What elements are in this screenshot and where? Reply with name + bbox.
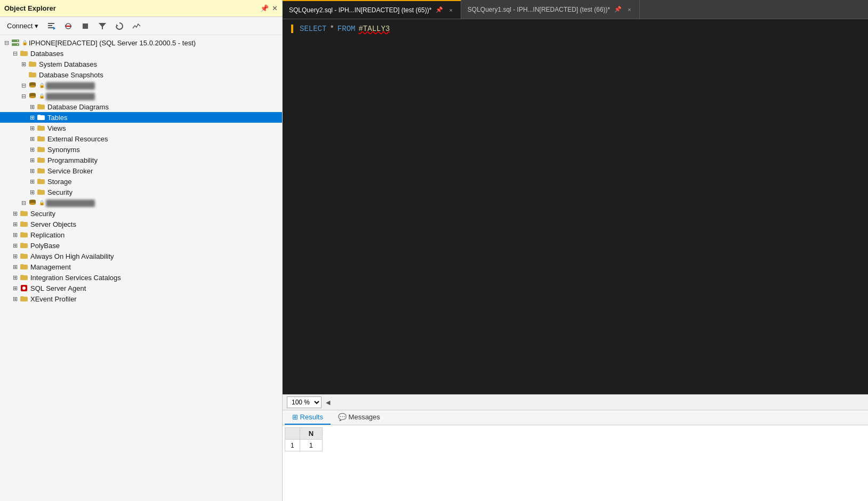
tree-expand-databases[interactable]: ⊟ bbox=[11, 50, 19, 57]
tree-expand-service-broker[interactable]: ⊞ bbox=[28, 168, 36, 174]
tree-label-integration-services: Integration Services Catalogs bbox=[30, 274, 282, 282]
tree-expand-server-objects[interactable]: ⊞ bbox=[11, 221, 19, 228]
new-query-button[interactable] bbox=[44, 20, 58, 32]
server-icon-server bbox=[11, 38, 20, 47]
tree-item-db-snapshots[interactable]: Database Snapshots bbox=[0, 69, 282, 80]
tree-item-service-broker[interactable]: ⊞Service Broker bbox=[0, 165, 282, 176]
zoom-select[interactable]: 100 % bbox=[287, 396, 322, 408]
disconnect-button[interactable] bbox=[61, 20, 75, 32]
tree-item-security-db[interactable]: ⊞Security bbox=[0, 187, 282, 197]
code-token-2: FROM bbox=[337, 25, 356, 33]
folder-icon-programmability bbox=[36, 156, 46, 164]
tree-item-security[interactable]: ⊞Security bbox=[0, 208, 282, 219]
tree-label-server-objects: Server Objects bbox=[30, 220, 282, 228]
oe-title-icons: 📌 ✕ bbox=[260, 4, 278, 12]
tree-label-management: Management bbox=[30, 263, 282, 271]
app-container: Object Explorer 📌 ✕ Connect ▾ bbox=[0, 0, 868, 501]
tree-item-db1[interactable]: ⊟🔒██████████ bbox=[0, 80, 282, 91]
tree-label-programmability: Programmability bbox=[47, 156, 282, 164]
tab-tab2[interactable]: SQLQuery1.sql - IPH...IN[REDACTED] (test… bbox=[461, 0, 640, 19]
tab-close-tab1[interactable]: × bbox=[447, 6, 454, 14]
folder-icon-storage bbox=[36, 177, 46, 186]
tree-label-sql-agent: SQL Server Agent bbox=[30, 284, 282, 292]
tree-item-integration-services[interactable]: ⊞Integration Services Catalogs bbox=[0, 272, 282, 283]
db-icon-db2 bbox=[28, 92, 37, 100]
folder-icon-xevent bbox=[19, 295, 29, 303]
tree-item-db2[interactable]: ⊟🔒██████████ bbox=[0, 91, 282, 101]
tree-label-db-snapshots: Database Snapshots bbox=[39, 71, 282, 79]
tree-label-security-db: Security bbox=[47, 188, 282, 196]
tree-expand-db2[interactable]: ⊟ bbox=[19, 93, 28, 100]
tree-expand-integration-services[interactable]: ⊞ bbox=[11, 274, 19, 281]
tree-item-server[interactable]: ⊟🔒IPHONE[REDACTED] (SQL Server 15.0.2000… bbox=[0, 37, 282, 48]
stop-button[interactable] bbox=[78, 20, 92, 32]
tree-item-polybase[interactable]: ⊞PolyBase bbox=[0, 240, 282, 251]
tree-expand-server[interactable]: ⊟ bbox=[2, 39, 11, 46]
tree-label-synonyms: Synonyms bbox=[47, 146, 282, 154]
scroll-left-icon[interactable]: ◀ bbox=[324, 398, 332, 407]
activity-monitor-button[interactable] bbox=[130, 20, 143, 32]
tree-expand-synonyms[interactable]: ⊞ bbox=[28, 146, 36, 153]
svg-point-13 bbox=[17, 44, 18, 45]
editor-area[interactable]: SELECT * FROM #TALLY3 bbox=[283, 19, 868, 394]
tree-expand-system-dbs[interactable]: ⊞ bbox=[19, 61, 28, 68]
pin-icon[interactable]: 📌 bbox=[260, 4, 269, 12]
tree-expand-management[interactable]: ⊞ bbox=[11, 264, 19, 271]
tree-expand-db1[interactable]: ⊟ bbox=[19, 82, 28, 89]
table-row: 11 bbox=[285, 440, 323, 451]
svg-rect-0 bbox=[48, 23, 54, 24]
tree-expand-views[interactable]: ⊞ bbox=[28, 125, 36, 132]
tree-expand-sql-agent[interactable]: ⊞ bbox=[11, 285, 19, 292]
connect-dropdown-arrow: ▾ bbox=[35, 22, 38, 30]
tab-tab1[interactable]: SQLQuery2.sql - IPH...IN[REDACTED] (test… bbox=[283, 0, 461, 19]
results-tabs: ⊞ Results💬 Messages bbox=[283, 410, 868, 425]
tab-close-tab2[interactable]: × bbox=[626, 6, 632, 13]
tree-expand-security[interactable]: ⊞ bbox=[11, 210, 19, 217]
results-tab-messages[interactable]: 💬 Messages bbox=[331, 410, 388, 425]
tree-expand-security-db[interactable]: ⊞ bbox=[28, 189, 36, 196]
tab-pin-tab2[interactable]: 📌 bbox=[614, 6, 622, 13]
tree-item-always-on[interactable]: ⊞Always On High Availability bbox=[0, 251, 282, 261]
folder-icon-management bbox=[19, 263, 29, 271]
tree-label-xevent: XEvent Profiler bbox=[30, 295, 282, 303]
tree-item-sql-agent[interactable]: ⊞SQL Server Agent bbox=[0, 283, 282, 293]
folder-icon-tables bbox=[36, 113, 46, 122]
tree-item-db3[interactable]: ⊟🔒██████████ bbox=[0, 197, 282, 208]
connect-button[interactable]: Connect ▾ bbox=[4, 20, 41, 31]
tab-pin-tab1[interactable]: 📌 bbox=[436, 6, 443, 13]
tree-expand-polybase[interactable]: ⊞ bbox=[11, 242, 19, 249]
tree-item-replication[interactable]: ⊞Replication bbox=[0, 229, 282, 240]
tree-item-databases[interactable]: ⊟Databases bbox=[0, 48, 282, 59]
results-table: N11 bbox=[285, 427, 323, 451]
tree-expand-programmability[interactable]: ⊞ bbox=[28, 157, 36, 164]
tree-expand-db-diagrams[interactable]: ⊞ bbox=[28, 104, 36, 110]
tree-expand-db3[interactable]: ⊟ bbox=[19, 200, 28, 206]
tree-item-system-dbs[interactable]: ⊞System Databases bbox=[0, 59, 282, 69]
refresh-button[interactable] bbox=[112, 20, 126, 32]
results-tab-results[interactable]: ⊞ Results bbox=[285, 410, 331, 425]
tree-item-external-resources[interactable]: ⊞External Resources bbox=[0, 133, 282, 144]
tree-item-programmability[interactable]: ⊞Programmability bbox=[0, 155, 282, 165]
folder-icon-system-dbs bbox=[28, 60, 37, 68]
filter-button[interactable] bbox=[95, 20, 109, 32]
tree-item-server-objects[interactable]: ⊞Server Objects bbox=[0, 219, 282, 229]
close-panel-icon[interactable]: ✕ bbox=[272, 4, 278, 12]
tree-expand-tables[interactable]: ⊞ bbox=[28, 114, 36, 121]
tree-item-storage[interactable]: ⊞Storage bbox=[0, 176, 282, 187]
tree-item-db-diagrams[interactable]: ⊞Database Diagrams bbox=[0, 101, 282, 112]
db-icon-db1 bbox=[28, 81, 37, 90]
tree-expand-external-resources[interactable]: ⊞ bbox=[28, 136, 36, 142]
folder-icon-db-diagrams bbox=[36, 102, 46, 111]
tree-expand-always-on[interactable]: ⊞ bbox=[11, 253, 19, 260]
tree-item-tables[interactable]: ⊞Tables bbox=[0, 112, 282, 123]
code-line: SELECT * FROM #TALLY3 bbox=[300, 25, 390, 33]
tree-item-views[interactable]: ⊞Views bbox=[0, 123, 282, 133]
tree-item-xevent[interactable]: ⊞XEvent Profiler bbox=[0, 293, 282, 304]
tree-item-management[interactable]: ⊞Management bbox=[0, 261, 282, 272]
tree-expand-xevent[interactable]: ⊞ bbox=[11, 296, 19, 303]
code-token-1: * bbox=[329, 25, 334, 33]
right-panel: SQLQuery2.sql - IPH...IN[REDACTED] (test… bbox=[283, 0, 868, 501]
tree-expand-storage[interactable]: ⊞ bbox=[28, 178, 36, 185]
tree-expand-replication[interactable]: ⊞ bbox=[11, 232, 19, 238]
tree-item-synonyms[interactable]: ⊞Synonyms bbox=[0, 144, 282, 155]
